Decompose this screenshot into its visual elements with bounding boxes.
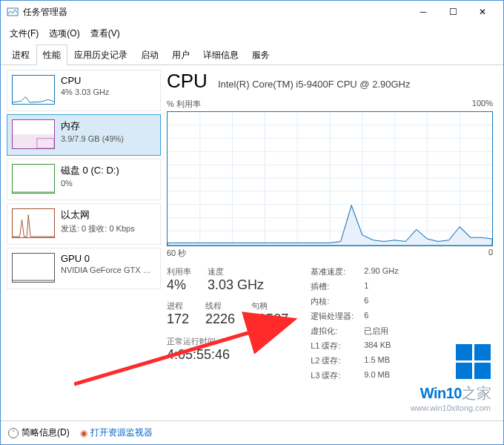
disk-thumbnail-icon [12,164,55,194]
spec-logical-label: 逻辑处理器: [311,311,354,322]
spec-sockets-label: 插槽: [311,281,354,292]
stat-uptime-label: 正常运行时间 [167,336,288,347]
tab-bar: 进程 性能 应用历史记录 启动 用户 详细信息 服务 [1,44,503,65]
sidebar-item-ethernet[interactable]: 以太网 发送: 0 接收: 0 Kbps [7,203,161,245]
sidebar-item-label: CPU [61,75,109,86]
stat-threads-label: 线程 [205,300,235,312]
sidebar-item-label: 内存 [61,119,124,133]
chart-y-max: 100% [472,99,493,110]
spec-l1: 384 KB [364,340,398,352]
sidebar-item-memory[interactable]: 内存 3.9/7.9 GB (49%) [7,114,161,156]
footer-bar: ˄ 简略信息(D) ◉ 打开资源监视器 [1,421,503,444]
spec-l2-label: L2 缓存: [311,355,354,366]
sidebar-item-sub: 3.9/7.9 GB (49%) [61,134,124,143]
stat-speed: 3.03 GHz [208,277,264,293]
tab-details[interactable]: 详细信息 [196,44,245,65]
tab-performance[interactable]: 性能 [36,44,67,65]
spec-cores-label: 内核: [311,296,354,307]
stat-threads: 2226 [205,312,235,327]
stat-uptime: 4:05:55:46 [167,347,288,363]
spec-base-speed: 2.90 GHz [364,266,398,277]
stat-handles-label: 句柄 [251,300,288,312]
sidebar: CPU 4% 3.03 GHz 内存 3.9/7.9 GB (49%) 磁盘 [7,70,161,418]
tab-startup[interactable]: 启动 [134,44,165,65]
titlebar: 任务管理器 ─ ☐ ✕ [1,1,503,23]
collapse-icon: ˄ [8,428,19,438]
menu-file[interactable]: 文件(F) [7,26,42,42]
sidebar-item-sub: 发送: 0 接收: 0 Kbps [61,223,135,234]
menu-view[interactable]: 查看(V) [87,26,123,42]
spec-cores: 6 [364,296,398,307]
cpu-utilization-chart [167,111,493,246]
main-title: CPU [167,70,208,93]
svg-rect-1 [13,134,54,148]
spec-l3-label: L3 缓存: [311,370,354,381]
spec-l1-label: L1 缓存: [311,340,354,352]
sidebar-item-sub: 4% 3.03 GHz [61,88,109,96]
resmon-icon: ◉ [80,428,87,438]
sidebar-item-cpu[interactable]: CPU 4% 3.03 GHz [7,70,161,111]
sidebar-item-disk[interactable]: 磁盘 0 (C: D:) 0% [7,159,161,200]
memory-thumbnail-icon [12,119,55,149]
stat-processes-label: 进程 [167,300,189,312]
sidebar-item-label: 以太网 [61,208,135,222]
spec-l2: 1.5 MB [364,355,398,366]
app-icon [7,6,19,18]
spec-l3: 9.0 MB [364,370,398,381]
spec-virt: 已启用 [364,326,398,337]
spec-logical: 6 [364,311,398,322]
maximize-button[interactable]: ☐ [438,1,468,22]
open-resource-monitor-link[interactable]: ◉ 打开资源监视器 [80,426,153,439]
chart-x-right: 0 [488,248,493,259]
menubar: 文件(F) 选项(O) 查看(V) [1,23,503,44]
stat-utilization: 4% [167,277,191,293]
spec-base-speed-label: 基准速度: [311,266,354,277]
cpu-specs-grid: 基准速度:2.90 GHz 插槽:1 内核:6 逻辑处理器:6 虚拟化:已启用 … [311,266,399,381]
menu-options[interactable]: 选项(O) [46,26,82,42]
chart-y-label: % 利用率 [167,99,201,110]
sidebar-item-gpu[interactable]: GPU 0 NVIDIA GeForce GTX … 1% [7,248,161,289]
sidebar-item-sub: NVIDIA GeForce GTX … 1% [61,266,156,274]
cpu-model: Intel(R) Core(TM) i5-9400F CPU @ 2.90GHz [218,79,411,90]
minimize-button[interactable]: ─ [408,1,438,22]
tab-processes[interactable]: 进程 [5,44,36,65]
spec-sockets: 1 [364,281,398,292]
spec-virt-label: 虚拟化: [311,326,354,337]
stat-handles: 81507 [251,312,288,327]
fewer-details-button[interactable]: ˄ 简略信息(D) [8,426,70,439]
close-button[interactable]: ✕ [468,1,497,22]
main-panel: CPU Intel(R) Core(TM) i5-9400F CPU @ 2.9… [165,70,497,418]
stat-speed-label: 速度 [208,266,264,277]
ethernet-thumbnail-icon [12,208,55,238]
tab-users[interactable]: 用户 [165,44,196,65]
stat-utilization-label: 利用率 [167,266,191,277]
cpu-thumbnail-icon [12,75,55,105]
stat-processes: 172 [167,312,189,327]
tab-app-history[interactable]: 应用历史记录 [67,44,134,65]
sidebar-item-label: GPU 0 [61,253,156,264]
tab-services[interactable]: 服务 [245,44,276,65]
window-title: 任务管理器 [23,6,408,19]
sidebar-item-label: 磁盘 0 (C: D:) [61,164,119,177]
sidebar-item-sub: 0% [61,179,119,188]
gpu-thumbnail-icon [12,253,55,283]
chart-x-left: 60 秒 [167,248,186,259]
